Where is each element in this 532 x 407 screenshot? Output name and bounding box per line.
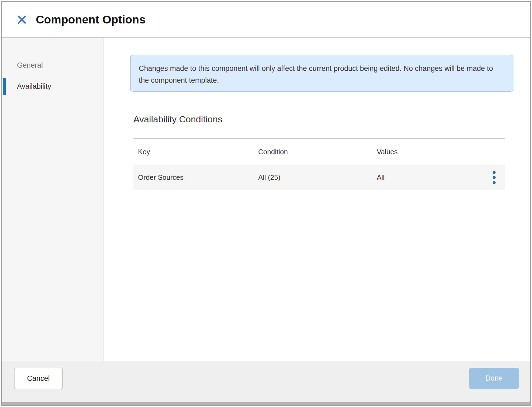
cell-key: Order Sources [138, 173, 258, 182]
close-icon [17, 15, 26, 24]
component-options-dialog: Component Options General Availability C… [1, 1, 531, 406]
dialog-header: Component Options [2, 2, 530, 38]
close-button[interactable] [16, 14, 28, 26]
cancel-button[interactable]: Cancel [14, 368, 63, 389]
info-banner-text: Changes made to this component will only… [139, 64, 493, 84]
sidebar-item-label: Availability [2, 82, 51, 91]
column-header-values: Values [377, 148, 483, 156]
sidebar-item-general[interactable]: General [2, 57, 103, 74]
table-row: Order Sources All (25) All [133, 165, 505, 190]
sidebar-item-availability[interactable]: Availability [2, 78, 103, 95]
row-actions-menu-button[interactable] [488, 168, 500, 187]
dialog-title: Component Options [36, 13, 146, 26]
done-button[interactable]: Done [469, 368, 519, 389]
dialog-sidebar: General Availability [2, 38, 103, 361]
kebab-menu-icon [493, 171, 496, 174]
sidebar-item-label: General [2, 61, 43, 70]
availability-conditions-table: Key Condition Values Order Sources All (… [133, 138, 505, 190]
table-header-row: Key Condition Values [133, 138, 505, 165]
active-indicator [3, 78, 6, 95]
cell-condition: All (25) [258, 173, 377, 182]
cell-values: All [377, 173, 483, 182]
section-title: Availability Conditions [133, 114, 222, 125]
dialog-footer: Cancel Done [2, 361, 530, 402]
info-banner: Changes made to this component will only… [130, 55, 513, 92]
background-scrollbar [2, 402, 530, 405]
column-header-key: Key [138, 148, 258, 156]
column-header-condition: Condition [258, 148, 377, 156]
